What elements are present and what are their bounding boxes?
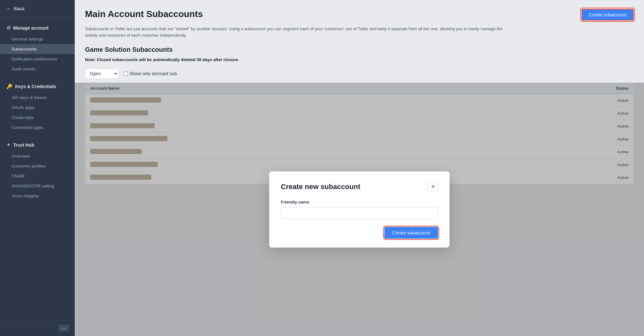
sidebar-item-api-keys[interactable]: API keys & tokens [0, 93, 75, 103]
back-button[interactable]: ← Back [0, 0, 75, 17]
dormant-checkbox-label: Show only dormant sub [124, 71, 177, 76]
modal-header: Create new subaccount ✕ [281, 182, 438, 192]
sidebar-item-general-settings[interactable]: General settings [0, 34, 75, 44]
back-arrow-icon: ← [6, 6, 11, 11]
sidebar-item-credentials[interactable]: Credentials [0, 113, 75, 123]
sidebar-section-label-manage-account: Manage account [13, 25, 49, 31]
sidebar-item-connected-apps[interactable]: Connected apps [0, 123, 75, 132]
sidebar-item-audit-events[interactable]: Audit events [0, 64, 75, 74]
sidebar-section-header-keys-credentials: 🔑 Keys & Credentials [0, 82, 75, 91]
sidebar-item-oauth-apps[interactable]: OAuth apps [0, 103, 75, 113]
main-content: Main Account Subaccounts Create subaccou… [75, 0, 644, 336]
modal-footer: Create subaccount [281, 227, 438, 239]
create-subaccount-modal: Create new subaccount ✕ Friendly name Cr… [269, 171, 450, 248]
create-subaccount-top-button[interactable]: Create subaccount [582, 9, 634, 21]
modal-close-button[interactable]: ✕ [428, 182, 438, 192]
page-title: Main Account Subaccounts [85, 9, 203, 19]
gear-icon: ⚙ [6, 25, 11, 31]
create-subaccount-modal-button[interactable]: Create subaccount [384, 227, 438, 239]
sidebar-section-label-trust-hub: Trust Hub [13, 142, 34, 148]
closure-note: Note: Closed subaccounts will be automat… [75, 55, 644, 66]
sidebar-item-voice-integrity[interactable]: Voice Integrity [0, 191, 75, 201]
sidebar-collapse-button[interactable]: << [58, 325, 70, 332]
subaccounts-section-title: Game Solution Subaccounts [75, 43, 644, 55]
sidebar-section-label-keys-credentials: Keys & Credentials [15, 84, 56, 89]
sidebar-section-manage-account: ⚙ Manage account General settings Subacc… [0, 17, 75, 76]
sidebar-item-overview[interactable]: Overview [0, 151, 75, 161]
sidebar-section-trust-hub: ✦ Trust Hub Overview Customer profiles C… [0, 134, 75, 203]
page-description: Subaccounts in Twilio are just accounts … [75, 26, 526, 43]
key-icon: 🔑 [6, 84, 13, 89]
sidebar-item-customer-profiles[interactable]: Customer profiles [0, 161, 75, 171]
sidebar-section-keys-credentials: 🔑 Keys & Credentials API keys & tokens O… [0, 76, 75, 134]
sidebar-section-header-trust-hub: ✦ Trust Hub [0, 140, 75, 150]
back-label: Back [14, 6, 24, 11]
sidebar-item-subaccounts[interactable]: Subaccounts [0, 44, 75, 54]
filters-row: Open Closed All Show only dormant sub [75, 66, 644, 83]
sidebar-item-shaken-stir[interactable]: SHAKEN/STIR calling [0, 181, 75, 191]
modal-title: Create new subaccount [281, 183, 360, 191]
status-filter-select[interactable]: Open Closed All [85, 68, 118, 79]
sidebar-item-cnam[interactable]: CNAM [0, 171, 75, 181]
modal-overlay[interactable]: Create new subaccount ✕ Friendly name Cr… [75, 83, 644, 336]
sidebar-collapse-area: << [0, 321, 75, 336]
sidebar-section-header-manage-account: ⚙ Manage account [0, 23, 75, 33]
main-header: Main Account Subaccounts Create subaccou… [75, 0, 644, 26]
trust-hub-icon: ✦ [6, 142, 11, 148]
friendly-name-label: Friendly name [281, 200, 438, 204]
dormant-checkbox[interactable] [124, 72, 128, 76]
sidebar-item-notification-preferences[interactable]: Notification preferences [0, 54, 75, 64]
dormant-label: Show only dormant sub [130, 71, 177, 76]
sidebar: ← Back ⚙ Manage account General settings… [0, 0, 75, 336]
friendly-name-input[interactable] [281, 207, 438, 219]
table-area: Account Name Status Active Active Active [75, 83, 644, 336]
